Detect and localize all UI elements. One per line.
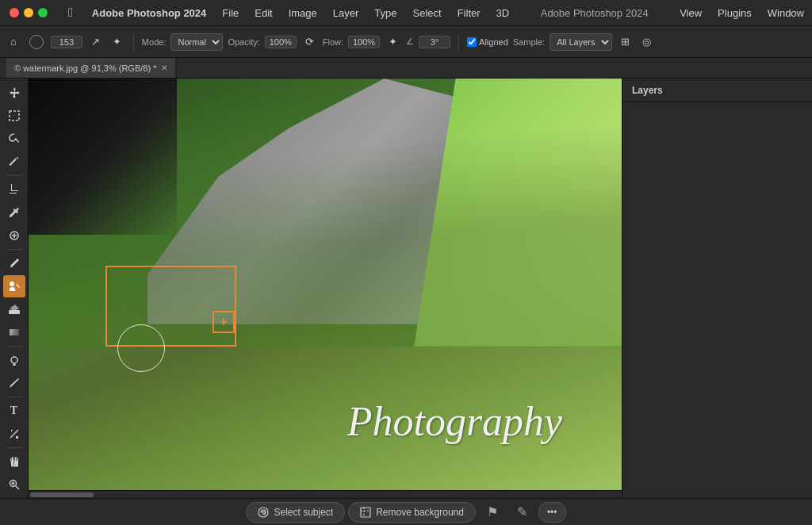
bottom-edit-btn[interactable]: ✎ — [509, 500, 535, 523]
menu-file[interactable]: File — [214, 0, 247, 25]
select-subject-label: Select subject — [274, 507, 333, 518]
remove-background-label: Remove background — [376, 507, 464, 518]
remove-background-button[interactable]: Remove background — [348, 502, 476, 523]
sample-all-layers-btn[interactable]: ⊞ — [617, 33, 634, 50]
flow-label: Flow: — [323, 37, 343, 47]
hand-tool-btn[interactable] — [3, 450, 25, 473]
pen-tool-btn[interactable] — [3, 372, 25, 394]
tool-sep-2 — [6, 249, 23, 250]
crosshair-icon: + — [220, 315, 227, 329]
tool-sep-4 — [6, 397, 23, 397]
tool-sep-1 — [6, 175, 23, 176]
angle-value[interactable]: 3° — [419, 36, 450, 48]
menu-window[interactable]: Window — [760, 0, 812, 25]
tool-sep-5 — [6, 447, 23, 448]
window-title: Adobe Photoshop 2024 — [541, 7, 649, 19]
menu-filter[interactable]: Filter — [450, 0, 488, 25]
menu-image[interactable]: Image — [281, 0, 325, 25]
menu-layer[interactable]: Layer — [325, 0, 367, 25]
spot-heal-tool-btn[interactable] — [3, 224, 25, 247]
mode-select[interactable]: Normal — [170, 33, 223, 51]
lasso-tool-btn[interactable] — [3, 128, 25, 150]
opacity-value[interactable]: 100% — [265, 36, 297, 48]
layers-panel-title: Layers — [632, 85, 663, 96]
right-panel: Layers — [622, 79, 812, 525]
divider-1 — [133, 34, 134, 50]
bottom-more-btn[interactable]: ••• — [538, 502, 566, 523]
layers-panel-content[interactable] — [622, 102, 812, 525]
selection-center: + — [213, 311, 235, 333]
brush-picker-btn[interactable] — [25, 33, 48, 52]
bottom-bar: Select subject Remove background ⚑ ✎ ••• — [0, 498, 812, 525]
menu-3d[interactable]: 3D — [488, 0, 518, 25]
aligned-label: Aligned — [467, 37, 508, 47]
horizontal-scrollbar[interactable] — [29, 490, 622, 498]
mode-label: Mode: — [142, 37, 167, 47]
dodge-tool-btn[interactable] — [3, 349, 25, 371]
airbrush-btn[interactable]: ✦ — [109, 33, 125, 50]
marquee-tool-btn[interactable] — [3, 105, 25, 127]
apple-logo-icon:  — [57, 6, 84, 20]
menu-edit[interactable]: Edit — [247, 0, 280, 25]
canvas-area[interactable]: + Photography — [29, 79, 622, 525]
traffic-lights — [0, 8, 57, 17]
menu-bar:  Adobe Photoshop 2024 File Edit Image L… — [0, 0, 812, 26]
tool-sep-3 — [6, 346, 23, 347]
window-title-area: Adobe Photoshop 2024 — [517, 7, 672, 19]
brush-preset-group: 153 — [25, 33, 82, 52]
app-name[interactable]: Adobe Photoshop 2024 — [84, 0, 214, 25]
options-toolbar: ⌂ 153 ↗ ✦ Mode: Normal Opacity: 100% ⟳ F… — [0, 26, 812, 58]
menu-plugins[interactable]: Plugins — [710, 0, 760, 25]
remove-background-icon — [360, 507, 371, 518]
left-toolbar: T — [0, 79, 29, 525]
tool-preset-btn[interactable]: ⌂ — [6, 33, 21, 50]
svg-rect-3 — [10, 329, 19, 335]
text-tool-btn[interactable]: T — [3, 400, 25, 422]
zoom-tool-btn[interactable] — [3, 473, 25, 496]
brush-angle-btn[interactable]: ↗ — [87, 33, 104, 50]
svg-line-8 — [16, 486, 19, 489]
menu-type[interactable]: Type — [366, 0, 404, 25]
sample-label: Sample: — [513, 37, 545, 47]
fullscreen-button[interactable] — [38, 8, 48, 17]
tab-bar: © watermark.jpg @ 91,3% (RGB/8) * ✕ — [0, 58, 812, 79]
aligned-checkbox[interactable] — [467, 37, 477, 47]
path-select-tool-btn[interactable] — [3, 423, 25, 445]
doc-tab-close-icon[interactable]: ✕ — [161, 63, 167, 72]
svg-rect-0 — [10, 111, 19, 121]
svg-rect-2 — [9, 310, 20, 314]
opacity-toggle[interactable]: ⟳ — [301, 33, 318, 50]
svg-rect-11 — [361, 508, 370, 517]
sample-select[interactable]: All Layers — [550, 33, 612, 51]
menu-select[interactable]: Select — [405, 0, 450, 25]
bottom-bookmark-btn[interactable]: ⚑ — [479, 500, 506, 523]
crop-tool-btn[interactable] — [3, 178, 25, 201]
scrollbar-thumb[interactable] — [30, 492, 94, 497]
flow-value[interactable]: 100% — [348, 36, 380, 48]
brush-size-value[interactable]: 153 — [51, 36, 82, 48]
watermark-text: Photography — [347, 398, 563, 445]
healing-btn[interactable]: ◎ — [638, 33, 655, 50]
doc-tab-name: © watermark.jpg @ 91,3% (RGB/8) * — [14, 63, 156, 73]
document-tab[interactable]: © watermark.jpg @ 91,3% (RGB/8) * ✕ — [6, 58, 176, 78]
eyedropper-tool-btn[interactable] — [3, 201, 25, 224]
move-tool-btn[interactable] — [3, 82, 25, 104]
magic-wand-tool-btn[interactable] — [3, 151, 25, 173]
canvas-image: + Photography — [29, 79, 622, 525]
brush-tool-btn[interactable] — [3, 252, 25, 274]
stylus-pressure-btn[interactable]: ✦ — [385, 33, 401, 50]
minimize-button[interactable] — [24, 8, 33, 17]
eraser-tool-btn[interactable] — [3, 298, 25, 320]
select-subject-icon — [258, 507, 269, 518]
gradient-tool-btn[interactable] — [3, 321, 25, 343]
clone-stamp-tool-btn[interactable] — [3, 275, 25, 297]
main-area: T + — [0, 79, 812, 525]
close-button[interactable] — [10, 8, 19, 17]
menu-view[interactable]: View — [672, 0, 710, 25]
select-subject-button[interactable]: Select subject — [246, 502, 345, 523]
layers-panel-header: Layers — [622, 79, 812, 102]
divider-2 — [458, 34, 459, 50]
svg-point-4 — [11, 357, 17, 363]
veg-overlay — [29, 79, 622, 347]
opacity-label: Opacity: — [228, 37, 259, 47]
